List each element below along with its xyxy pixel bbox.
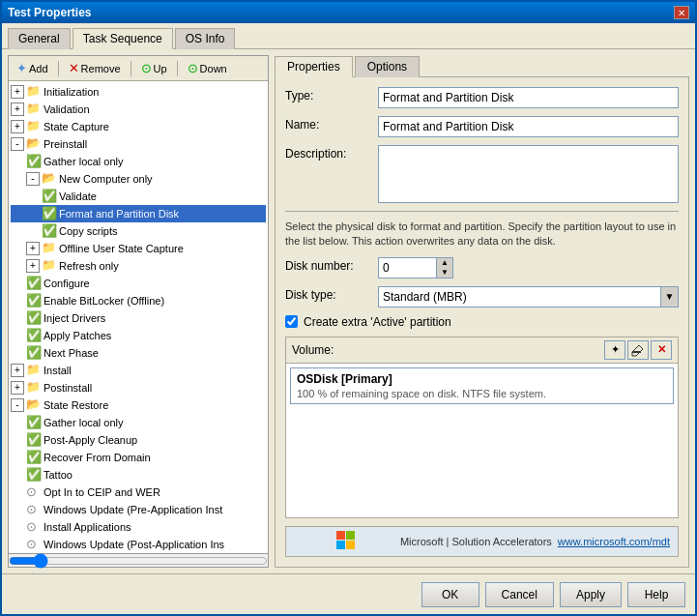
- tree-item-opt-in[interactable]: ⊙ Opt In to CEIP and WER: [11, 484, 266, 501]
- folder-icon-new-computer: 📂: [42, 171, 57, 187]
- main-window: Test Properties ✕ General Task Sequence …: [0, 0, 697, 616]
- up-button[interactable]: ⊙ Up: [137, 59, 171, 77]
- down-label: Down: [200, 63, 227, 74]
- spinner-down-btn[interactable]: ▼: [437, 268, 452, 278]
- tree-item-recover-domain[interactable]: ✅ Recover From Domain: [11, 449, 266, 466]
- tree-item-postinstall[interactable]: + 📁 Postinstall: [11, 379, 266, 396]
- check-icon-opt-in: ⊙: [26, 484, 42, 500]
- disk-number-spinner: ▲ ▼: [378, 257, 453, 279]
- label-gather-local2: Gather local only: [44, 417, 124, 428]
- tree-item-install[interactable]: + 📁 Install: [11, 362, 266, 379]
- tab-options[interactable]: Options: [355, 56, 420, 77]
- tree-item-wu2[interactable]: ⊙ Windows Update (Post-Application Ins: [11, 536, 266, 553]
- folder-icon-offline: 📁: [42, 241, 57, 256]
- sep1: [58, 61, 59, 76]
- help-text: Select the physical disk to format and p…: [285, 211, 679, 249]
- dropdown-arrow-icon[interactable]: ▼: [661, 286, 679, 308]
- disk-type-dropdown: Standard (MBR) GPT ▼: [378, 286, 679, 308]
- tree-item-next-phase[interactable]: ✅ Next Phase: [11, 344, 266, 362]
- expand-preinstall[interactable]: -: [11, 137, 24, 151]
- horizontal-scrollbar[interactable]: [9, 553, 268, 567]
- active-partition-checkbox[interactable]: [285, 315, 298, 328]
- volume-delete-btn[interactable]: ✕: [651, 340, 672, 360]
- window-title: Test Properties: [8, 6, 91, 19]
- check-icon-copy: ✅: [42, 223, 57, 239]
- hscroll-input[interactable]: [9, 555, 268, 567]
- tree-item-state-capture[interactable]: + 📁 State Capture: [11, 118, 266, 135]
- label-postinstall: Postinstall: [44, 382, 92, 394]
- tab-os-info[interactable]: OS Info: [175, 28, 236, 49]
- expand-new-computer[interactable]: -: [26, 172, 40, 186]
- spinner-buttons: ▲ ▼: [436, 257, 453, 279]
- expand-install[interactable]: +: [11, 364, 24, 377]
- svg-rect-4: [346, 531, 355, 540]
- tree-item-preinstall[interactable]: - 📂 Preinstall: [11, 135, 266, 153]
- remove-button[interactable]: ✕ Remove: [65, 59, 125, 77]
- volume-item[interactable]: OSDisk [Primary] 100 % of remaining spac…: [290, 367, 674, 404]
- tree-item-validate[interactable]: ✅ Validate: [11, 188, 266, 205]
- disk-number-input[interactable]: [378, 257, 436, 279]
- tree-item-inject-drivers[interactable]: ✅ Inject Drivers: [11, 309, 266, 327]
- folder-icon-initialization: 📁: [26, 84, 42, 100]
- tree-item-gather-local2[interactable]: ✅ Gather local only: [11, 414, 266, 431]
- down-button[interactable]: ⊙ Down: [184, 59, 231, 77]
- disk-type-select[interactable]: Standard (MBR) GPT: [378, 286, 661, 308]
- tree-item-validation[interactable]: + 📁 Validation: [11, 101, 266, 118]
- tree-item-new-computer[interactable]: - 📂 New Computer only: [11, 170, 266, 188]
- tree-item-wu1[interactable]: ⊙ Windows Update (Pre-Application Inst: [11, 501, 266, 518]
- add-button[interactable]: ✦ Add: [13, 59, 52, 77]
- expand-offline-user[interactable]: +: [26, 242, 40, 255]
- help-button[interactable]: Help: [627, 582, 685, 607]
- expand-refresh[interactable]: +: [26, 259, 40, 273]
- branding-link[interactable]: www.microsoft.com/mdt: [558, 536, 670, 547]
- tree-item-enable-bitlocker[interactable]: ✅ Enable BitLocker (Offline): [11, 292, 266, 309]
- tree-item-initialization[interactable]: + 📁 Initialization: [11, 83, 266, 101]
- volume-add-btn[interactable]: ✦: [604, 340, 625, 360]
- expand-state-restore[interactable]: -: [11, 398, 24, 412]
- bottom-bar: OK Cancel Apply Help: [2, 573, 695, 614]
- tree-item-configure[interactable]: ✅ Configure: [11, 275, 266, 292]
- expand-initialization[interactable]: +: [11, 85, 24, 99]
- tree-item-tattoo[interactable]: ✅ Tattoo: [11, 466, 266, 484]
- expand-postinstall[interactable]: +: [11, 381, 24, 395]
- label-new-computer: New Computer only: [59, 173, 153, 185]
- label-validate: Validate: [59, 191, 97, 202]
- label-refresh-only: Refresh only: [59, 260, 119, 272]
- cancel-button[interactable]: Cancel: [485, 582, 554, 607]
- tree-item-copy-scripts[interactable]: ✅ Copy scripts: [11, 222, 266, 240]
- tree-item-post-apply[interactable]: ✅ Post-Apply Cleanup: [11, 431, 266, 449]
- tree-item-apply-patches[interactable]: ✅ Apply Patches: [11, 327, 266, 344]
- tree-item-gather-local[interactable]: ✅ Gather local only: [11, 153, 266, 170]
- tree-item-state-restore[interactable]: - 📂 State Restore: [11, 396, 266, 414]
- tab-task-sequence[interactable]: Task Sequence: [73, 28, 173, 49]
- apply-button[interactable]: Apply: [560, 582, 622, 607]
- remove-icon: ✕: [69, 61, 79, 75]
- checkbox-label: Create extra 'Active' partition: [304, 315, 451, 329]
- label-apply-patches: Apply Patches: [44, 330, 111, 341]
- tree-item-install-apps[interactable]: ⊙ Install Applications: [11, 518, 266, 536]
- label-next-phase: Next Phase: [44, 347, 99, 359]
- tree-item-offline-user[interactable]: + 📁 Offline User State Capture: [11, 240, 266, 257]
- tab-properties[interactable]: Properties: [275, 56, 353, 77]
- label-state-capture: State Capture: [44, 121, 109, 132]
- volume-section: Volume: ✦ ✕: [285, 337, 679, 518]
- expand-state-capture[interactable]: +: [11, 120, 24, 133]
- ok-button[interactable]: OK: [421, 582, 479, 607]
- tree-item-refresh-only[interactable]: + 📁 Refresh only: [11, 257, 266, 275]
- tree-item-format-partition[interactable]: ✅ Format and Partition Disk: [11, 205, 266, 222]
- name-input[interactable]: [378, 116, 679, 137]
- down-icon: ⊙: [188, 61, 198, 75]
- close-button[interactable]: ✕: [674, 6, 689, 19]
- type-input[interactable]: [378, 87, 679, 108]
- check-icon-gather2: ✅: [26, 415, 42, 430]
- expand-validation[interactable]: +: [11, 103, 24, 116]
- spinner-up-btn[interactable]: ▲: [437, 258, 452, 268]
- check-icon-inject: ✅: [26, 310, 42, 326]
- description-textarea[interactable]: [378, 145, 679, 203]
- tree-area[interactable]: + 📁 Initialization + 📁 Validation + 📁 St…: [9, 81, 268, 553]
- type-label: Type:: [285, 87, 372, 103]
- tab-general[interactable]: General: [8, 28, 71, 49]
- volume-edit-btn[interactable]: [627, 340, 649, 360]
- label-copy-scripts: Copy scripts: [59, 225, 118, 237]
- check-icon-bitlocker: ✅: [26, 293, 42, 308]
